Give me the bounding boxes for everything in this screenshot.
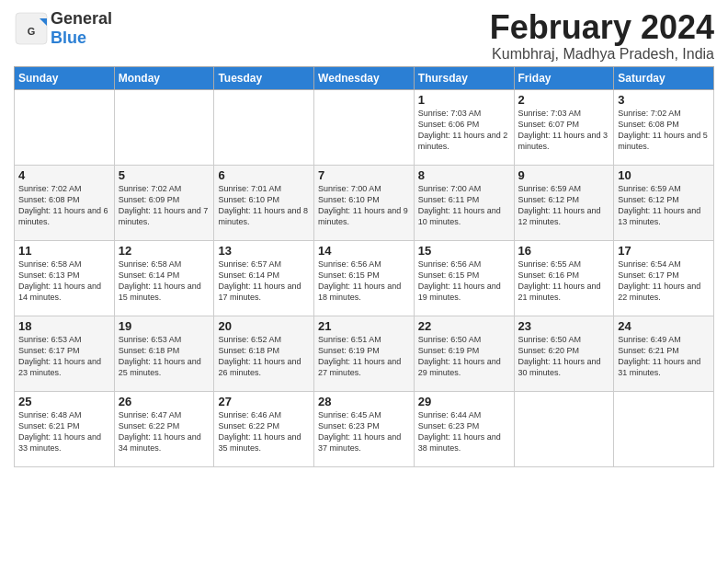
calendar-cell <box>614 391 714 466</box>
calendar-cell: 12Sunrise: 6:58 AM Sunset: 6:14 PM Dayli… <box>114 240 214 316</box>
day-number: 13 <box>218 244 310 258</box>
calendar-cell: 5Sunrise: 7:02 AM Sunset: 6:09 PM Daylig… <box>114 165 214 240</box>
day-number: 7 <box>318 168 410 182</box>
week-row-3: 18Sunrise: 6:53 AM Sunset: 6:17 PM Dayli… <box>15 316 714 391</box>
day-number: 14 <box>318 244 410 258</box>
day-number: 10 <box>618 168 710 182</box>
day-number: 21 <box>318 319 410 333</box>
calendar-cell: 18Sunrise: 6:53 AM Sunset: 6:17 PM Dayli… <box>15 316 115 391</box>
col-monday: Monday <box>114 66 214 89</box>
week-row-1: 4Sunrise: 7:02 AM Sunset: 6:08 PM Daylig… <box>15 165 714 240</box>
day-content: Sunrise: 7:03 AM Sunset: 6:06 PM Dayligh… <box>418 108 510 153</box>
day-content: Sunrise: 6:44 AM Sunset: 6:23 PM Dayligh… <box>418 409 510 454</box>
day-content: Sunrise: 7:03 AM Sunset: 6:07 PM Dayligh… <box>518 108 610 153</box>
col-thursday: Thursday <box>414 66 514 89</box>
calendar-cell: 17Sunrise: 6:54 AM Sunset: 6:17 PM Dayli… <box>614 240 714 316</box>
day-content: Sunrise: 6:59 AM Sunset: 6:12 PM Dayligh… <box>618 183 710 228</box>
day-content: Sunrise: 6:58 AM Sunset: 6:13 PM Dayligh… <box>18 259 110 304</box>
day-number: 12 <box>119 244 210 258</box>
day-number: 6 <box>218 168 310 182</box>
calendar-cell <box>15 89 115 165</box>
col-tuesday: Tuesday <box>214 66 314 89</box>
day-content: Sunrise: 6:55 AM Sunset: 6:16 PM Dayligh… <box>518 259 610 304</box>
day-number: 3 <box>618 93 710 107</box>
day-content: Sunrise: 6:57 AM Sunset: 6:14 PM Dayligh… <box>218 259 310 304</box>
day-number: 20 <box>218 319 310 333</box>
calendar-table: Sunday Monday Tuesday Wednesday Thursday… <box>14 66 714 467</box>
day-content: Sunrise: 7:01 AM Sunset: 6:10 PM Dayligh… <box>218 183 310 228</box>
calendar-cell: 7Sunrise: 7:00 AM Sunset: 6:10 PM Daylig… <box>314 165 415 240</box>
day-content: Sunrise: 7:00 AM Sunset: 6:10 PM Dayligh… <box>318 183 410 228</box>
calendar-cell: 28Sunrise: 6:45 AM Sunset: 6:23 PM Dayli… <box>314 391 415 466</box>
calendar-cell: 8Sunrise: 7:00 AM Sunset: 6:11 PM Daylig… <box>414 165 514 240</box>
day-number: 24 <box>618 319 710 333</box>
day-number: 4 <box>18 168 110 182</box>
month-title: February 2024 <box>490 9 714 46</box>
calendar-cell: 20Sunrise: 6:52 AM Sunset: 6:18 PM Dayli… <box>214 316 314 391</box>
day-number: 9 <box>518 168 610 182</box>
day-content: Sunrise: 7:00 AM Sunset: 6:11 PM Dayligh… <box>418 183 510 228</box>
day-number: 19 <box>119 319 210 333</box>
calendar-cell: 1Sunrise: 7:03 AM Sunset: 6:06 PM Daylig… <box>414 89 514 165</box>
week-row-2: 11Sunrise: 6:58 AM Sunset: 6:13 PM Dayli… <box>15 240 714 316</box>
day-number: 29 <box>418 395 510 408</box>
day-content: Sunrise: 7:02 AM Sunset: 6:09 PM Dayligh… <box>119 183 210 228</box>
day-number: 23 <box>518 319 610 333</box>
day-number: 18 <box>18 319 110 333</box>
day-content: Sunrise: 6:46 AM Sunset: 6:22 PM Dayligh… <box>218 409 310 454</box>
day-content: Sunrise: 6:51 AM Sunset: 6:19 PM Dayligh… <box>318 334 410 379</box>
day-content: Sunrise: 6:53 AM Sunset: 6:18 PM Dayligh… <box>119 334 210 379</box>
calendar-cell: 25Sunrise: 6:48 AM Sunset: 6:21 PM Dayli… <box>15 391 115 466</box>
header-row: Sunday Monday Tuesday Wednesday Thursday… <box>15 66 714 89</box>
day-content: Sunrise: 6:58 AM Sunset: 6:14 PM Dayligh… <box>119 259 210 304</box>
day-content: Sunrise: 7:02 AM Sunset: 6:08 PM Dayligh… <box>618 108 710 153</box>
day-content: Sunrise: 6:50 AM Sunset: 6:20 PM Dayligh… <box>518 334 610 379</box>
calendar-cell: 29Sunrise: 6:44 AM Sunset: 6:23 PM Dayli… <box>414 391 514 466</box>
day-content: Sunrise: 6:54 AM Sunset: 6:17 PM Dayligh… <box>618 259 710 304</box>
day-content: Sunrise: 6:56 AM Sunset: 6:15 PM Dayligh… <box>418 259 510 304</box>
logo: G General Blue <box>14 9 112 48</box>
calendar-cell: 19Sunrise: 6:53 AM Sunset: 6:18 PM Dayli… <box>114 316 214 391</box>
day-number: 8 <box>418 168 510 182</box>
day-content: Sunrise: 6:56 AM Sunset: 6:15 PM Dayligh… <box>318 259 410 304</box>
col-friday: Friday <box>514 66 614 89</box>
calendar-cell <box>514 391 614 466</box>
logo-general-text: General <box>51 9 112 28</box>
calendar-cell: 14Sunrise: 6:56 AM Sunset: 6:15 PM Dayli… <box>314 240 415 316</box>
day-content: Sunrise: 6:52 AM Sunset: 6:18 PM Dayligh… <box>218 334 310 379</box>
calendar-cell: 9Sunrise: 6:59 AM Sunset: 6:12 PM Daylig… <box>514 165 614 240</box>
week-row-0: 1Sunrise: 7:03 AM Sunset: 6:06 PM Daylig… <box>15 89 714 165</box>
day-content: Sunrise: 6:50 AM Sunset: 6:19 PM Dayligh… <box>418 334 510 379</box>
day-number: 5 <box>119 168 210 182</box>
header: G General Blue February 2024 Kumbhraj, M… <box>14 9 714 63</box>
day-number: 27 <box>218 395 310 408</box>
calendar-cell <box>314 89 415 165</box>
calendar-cell: 23Sunrise: 6:50 AM Sunset: 6:20 PM Dayli… <box>514 316 614 391</box>
day-content: Sunrise: 6:45 AM Sunset: 6:23 PM Dayligh… <box>318 409 410 454</box>
calendar-cell: 10Sunrise: 6:59 AM Sunset: 6:12 PM Dayli… <box>614 165 714 240</box>
logo-blue-text: Blue <box>51 29 86 47</box>
day-content: Sunrise: 6:49 AM Sunset: 6:21 PM Dayligh… <box>618 334 710 379</box>
calendar-cell <box>114 89 214 165</box>
title-block: February 2024 Kumbhraj, Madhya Pradesh, … <box>490 9 714 63</box>
day-content: Sunrise: 6:48 AM Sunset: 6:21 PM Dayligh… <box>18 409 110 454</box>
day-number: 2 <box>518 93 610 107</box>
day-number: 25 <box>18 395 110 408</box>
day-number: 28 <box>318 395 410 408</box>
day-content: Sunrise: 6:59 AM Sunset: 6:12 PM Dayligh… <box>518 183 610 228</box>
calendar-cell: 3Sunrise: 7:02 AM Sunset: 6:08 PM Daylig… <box>614 89 714 165</box>
location-title: Kumbhraj, Madhya Pradesh, India <box>490 46 714 63</box>
day-content: Sunrise: 6:47 AM Sunset: 6:22 PM Dayligh… <box>119 409 210 454</box>
svg-text:G: G <box>28 26 36 37</box>
calendar-cell: 21Sunrise: 6:51 AM Sunset: 6:19 PM Dayli… <box>314 316 415 391</box>
calendar-cell: 24Sunrise: 6:49 AM Sunset: 6:21 PM Dayli… <box>614 316 714 391</box>
col-sunday: Sunday <box>15 66 115 89</box>
day-number: 22 <box>418 319 510 333</box>
day-number: 17 <box>618 244 710 258</box>
calendar-cell: 2Sunrise: 7:03 AM Sunset: 6:07 PM Daylig… <box>514 89 614 165</box>
calendar-cell: 26Sunrise: 6:47 AM Sunset: 6:22 PM Dayli… <box>114 391 214 466</box>
day-number: 26 <box>119 395 210 408</box>
calendar-cell: 22Sunrise: 6:50 AM Sunset: 6:19 PM Dayli… <box>414 316 514 391</box>
calendar-cell <box>214 89 314 165</box>
page: G General Blue February 2024 Kumbhraj, M… <box>0 0 728 563</box>
